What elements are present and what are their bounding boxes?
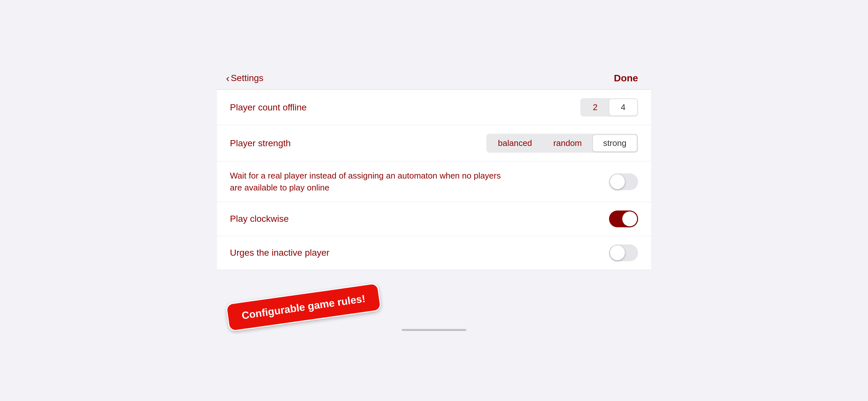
bottom-section: Configurable game rules!	[217, 270, 651, 334]
wait-for-player-track	[609, 174, 638, 190]
wait-for-player-toggle[interactable]	[609, 174, 638, 190]
home-indicator	[402, 329, 466, 331]
player-count-row: Player count offline 2 4	[217, 90, 651, 125]
player-count-control: 2 4	[580, 98, 638, 117]
back-chevron-icon: ‹	[226, 73, 229, 83]
strength-option-strong[interactable]: strong	[593, 135, 637, 152]
urges-inactive-row: Urges the inactive player	[217, 236, 651, 270]
player-count-option-4[interactable]: 4	[609, 99, 637, 116]
urges-inactive-track	[609, 244, 638, 261]
wait-for-player-thumb	[610, 174, 625, 189]
back-button[interactable]: ‹ Settings	[226, 73, 264, 83]
strength-option-random[interactable]: random	[543, 135, 593, 152]
player-strength-control: balanced random strong	[486, 134, 638, 153]
urges-inactive-label: Urges the inactive player	[230, 248, 609, 258]
back-label: Settings	[231, 73, 264, 83]
wait-for-player-row: Wait for a real player instead of assign…	[217, 161, 651, 202]
player-strength-label: Player strength	[230, 138, 486, 149]
play-clockwise-track	[609, 211, 638, 227]
settings-screen: ‹ Settings Done Player count offline 2 4…	[217, 67, 651, 334]
done-button[interactable]: Done	[614, 73, 638, 84]
play-clockwise-row: Play clockwise	[217, 202, 651, 236]
configurable-rules-badge: Configurable game rules!	[225, 282, 381, 332]
header: ‹ Settings Done	[217, 67, 651, 90]
strength-option-balanced[interactable]: balanced	[487, 135, 543, 152]
play-clockwise-label: Play clockwise	[230, 214, 609, 224]
wait-for-player-label: Wait for a real player instead of assign…	[230, 170, 521, 193]
play-clockwise-thumb	[622, 212, 637, 226]
player-count-option-2[interactable]: 2	[581, 99, 609, 116]
play-clockwise-toggle[interactable]	[609, 211, 638, 227]
player-count-label: Player count offline	[230, 102, 580, 113]
urges-inactive-thumb	[610, 245, 625, 260]
settings-list: Player count offline 2 4 Player strength…	[217, 90, 651, 270]
player-strength-row: Player strength balanced random strong	[217, 125, 651, 161]
urges-inactive-toggle[interactable]	[609, 244, 638, 261]
